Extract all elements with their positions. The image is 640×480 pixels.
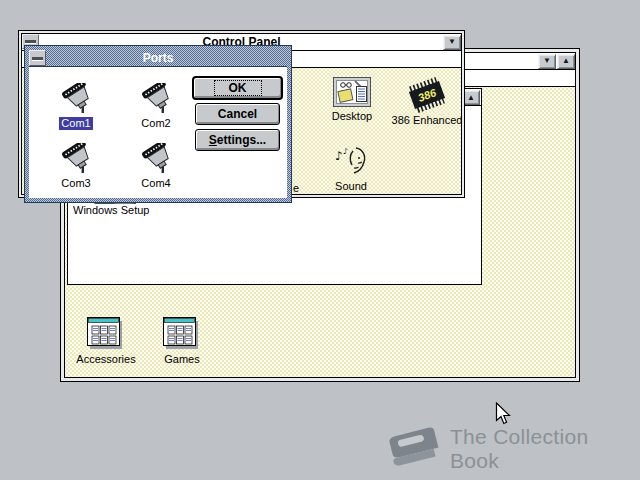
system-menu-icon <box>25 40 36 43</box>
svg-text:♪: ♪ <box>335 149 343 163</box>
maximize-icon: ▲ <box>467 93 475 101</box>
minimize-icon: ▼ <box>543 57 551 65</box>
cp-icon-label: Desktop <box>316 110 388 123</box>
ok-button[interactable]: OK <box>192 76 283 100</box>
ports-dialog-titlebar[interactable]: Ports <box>29 50 287 66</box>
ok-button-label: OK <box>215 81 261 95</box>
cp-icon-label: 386 Enhanced <box>389 114 465 127</box>
port-label: Com2 <box>139 117 172 130</box>
minimize-button[interactable]: ▼ <box>538 54 556 69</box>
port-label: Com4 <box>139 177 172 190</box>
group-icon-accessories[interactable]: Accessories <box>70 317 142 366</box>
watermark-text: The Collection Book <box>450 425 640 473</box>
minimize-button[interactable]: ▼ <box>443 35 461 50</box>
desktop-icon <box>333 77 371 109</box>
cp-icon-desktop[interactable]: Desktop <box>316 77 388 123</box>
cp-icon-386-enhanced[interactable]: 386 386 Enhanced <box>389 77 465 127</box>
serial-port-icon <box>137 143 175 173</box>
program-item-label: Windows Setup <box>73 204 173 217</box>
chip-icon: 386 <box>407 77 447 113</box>
ports-dialog-body: Com1 Com2 <box>29 66 287 198</box>
settings-button[interactable]: Settings... <box>195 129 280 151</box>
ports-dialog: Ports Com1 <box>24 45 292 203</box>
serial-port-icon <box>57 83 95 113</box>
serial-port-icon <box>137 83 175 113</box>
cancel-button-label: Cancel <box>218 107 257 121</box>
program-group-icon <box>87 317 125 351</box>
serial-port-icon <box>57 143 95 173</box>
group-icon-label: Accessories <box>70 353 142 366</box>
minimize-icon: ▼ <box>448 38 456 46</box>
settings-button-label: Settings... <box>209 133 266 147</box>
dialog-title: Ports <box>143 51 174 65</box>
cancel-button[interactable]: Cancel <box>195 103 280 125</box>
cp-partial-label: e <box>293 182 299 194</box>
group-icon-games[interactable]: Games <box>146 317 218 366</box>
book-icon <box>384 424 441 474</box>
maximize-icon: ▲ <box>562 57 570 65</box>
desktop: The Collection Book ▼ ▲ <box>0 0 640 480</box>
svg-text:♪: ♪ <box>343 147 348 156</box>
system-menu-button[interactable] <box>29 50 46 66</box>
port-item-com1[interactable]: Com1 <box>41 83 111 131</box>
watermark: The Collection Book <box>384 424 640 474</box>
port-item-com2[interactable]: Com2 <box>121 83 191 131</box>
port-label: Com3 <box>59 177 92 190</box>
port-item-com3[interactable]: Com3 <box>41 143 111 191</box>
maximize-button[interactable]: ▲ <box>557 54 575 69</box>
port-label: Com1 <box>59 117 92 130</box>
program-group-icon <box>163 317 201 351</box>
group-icon-label: Games <box>146 353 218 366</box>
system-menu-icon <box>32 57 43 60</box>
cp-icon-sound[interactable]: ♪ ♪ Sound <box>315 145 387 193</box>
cp-icon-label: Sound <box>315 180 387 193</box>
port-item-com4[interactable]: Com4 <box>121 143 191 191</box>
mouse-cursor <box>495 402 513 428</box>
sound-icon: ♪ ♪ <box>333 145 369 179</box>
